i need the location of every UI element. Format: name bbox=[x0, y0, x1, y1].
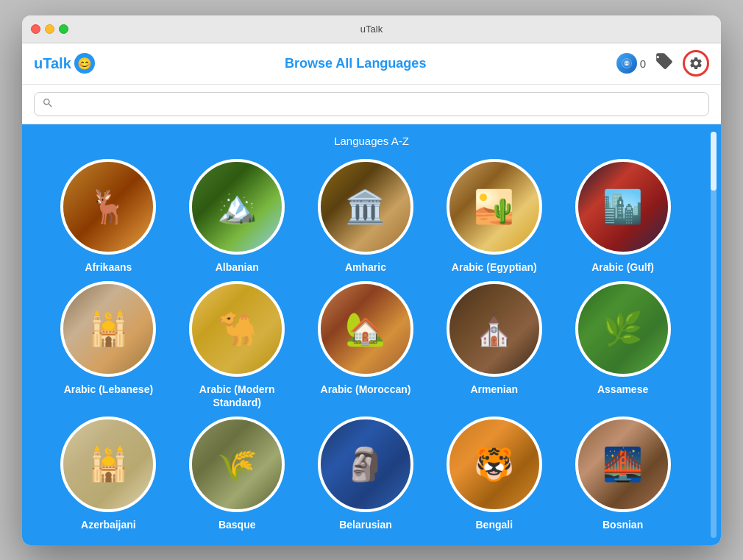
language-item-amharic[interactable]: 🏛️Amharic bbox=[302, 159, 430, 274]
section-label: Languages A-Z bbox=[22, 124, 721, 152]
logo-face: 😊 bbox=[74, 53, 95, 74]
language-name-assamese: Assamese bbox=[597, 383, 648, 396]
language-name-arabic-modern: Arabic (Modern Standard) bbox=[185, 383, 288, 409]
scrollbar-thumb[interactable] bbox=[711, 132, 717, 191]
maximize-button[interactable] bbox=[59, 24, 68, 34]
language-name-bosnian: Bosnian bbox=[602, 518, 643, 531]
language-circle-belarusian: 🗿 bbox=[318, 417, 413, 512]
language-name-arabic-moroccan: Arabic (Moroccan) bbox=[321, 383, 411, 396]
language-item-bosnian[interactable]: 🌉Bosnian bbox=[558, 417, 687, 531]
language-name-arabic-lebanese: Arabic (Lebanese) bbox=[64, 383, 153, 396]
language-circle-arabic-lebanese: 🕌 bbox=[60, 281, 156, 377]
header: uTalk 😊 Browse All Languages 0 bbox=[22, 43, 721, 85]
logo[interactable]: uTalk 😊 bbox=[34, 53, 95, 74]
logo-text: uTalk bbox=[34, 55, 71, 72]
header-actions: 0 bbox=[616, 50, 709, 77]
language-circle-amharic: 🏛️ bbox=[318, 159, 413, 255]
language-item-afrikaans[interactable]: 🦌Afrikaans bbox=[44, 159, 173, 274]
language-circle-arabic-gulf: 🏙️ bbox=[575, 159, 671, 255]
svg-point-1 bbox=[624, 60, 630, 66]
language-item-arabic-moroccan[interactable]: 🏡Arabic (Moroccan) bbox=[302, 281, 430, 409]
language-item-arabic-gulf[interactable]: 🏙️Arabic (Gulf) bbox=[558, 159, 687, 274]
language-name-azerbaijani: Azerbaijani bbox=[81, 518, 136, 531]
language-circle-basque: 🌾 bbox=[189, 417, 285, 512]
language-item-basque[interactable]: 🌾Basque bbox=[173, 417, 302, 531]
language-circle-bengali: 🐯 bbox=[447, 417, 542, 512]
traffic-lights bbox=[31, 24, 68, 34]
language-item-bengali[interactable]: 🐯Bengali bbox=[430, 417, 558, 531]
language-circle-arabic-egyptian: 🏜️ bbox=[447, 159, 542, 255]
close-button[interactable] bbox=[31, 24, 40, 34]
window-title: uTalk bbox=[360, 24, 383, 35]
language-item-azerbaijani[interactable]: 🕌Azerbaijani bbox=[44, 417, 173, 531]
language-circle-assamese: 🌿 bbox=[575, 281, 671, 377]
coins-badge[interactable]: 0 bbox=[616, 53, 646, 74]
app-window: uTalk uTalk 😊 Browse All Languages 0 bbox=[22, 15, 721, 545]
language-item-armenian[interactable]: ⛪Armenian bbox=[430, 281, 558, 409]
coins-count: 0 bbox=[640, 57, 646, 70]
language-name-arabic-gulf: Arabic (Gulf) bbox=[591, 260, 654, 274]
main-content: Languages A-Z 🦌Afrikaans🏔️Albanian🏛️Amha… bbox=[22, 124, 721, 545]
language-name-basque: Basque bbox=[218, 518, 256, 531]
language-circle-bosnian: 🌉 bbox=[575, 417, 671, 512]
language-circle-azerbaijani: 🕌 bbox=[60, 417, 156, 512]
language-circle-arabic-moroccan: 🏡 bbox=[318, 281, 413, 377]
search-input-wrapper[interactable] bbox=[34, 92, 709, 116]
language-item-albanian[interactable]: 🏔️Albanian bbox=[173, 159, 302, 274]
language-name-amharic: Amharic bbox=[345, 260, 386, 274]
language-name-belarusian: Belarusian bbox=[339, 518, 392, 531]
search-bar bbox=[22, 85, 721, 124]
language-item-belarusian[interactable]: 🗿Belarusian bbox=[302, 417, 430, 531]
minimize-button[interactable] bbox=[45, 24, 54, 34]
scrollbar[interactable] bbox=[711, 132, 717, 538]
gear-icon bbox=[689, 56, 703, 71]
language-name-albanian: Albanian bbox=[216, 260, 259, 274]
language-item-assamese[interactable]: 🌿Assamese bbox=[558, 281, 687, 409]
language-item-arabic-egyptian[interactable]: 🏜️Arabic (Egyptian) bbox=[430, 159, 558, 274]
titlebar: uTalk bbox=[22, 15, 721, 43]
language-name-armenian: Armenian bbox=[471, 383, 519, 396]
language-name-arabic-egyptian: Arabic (Egyptian) bbox=[452, 260, 537, 274]
language-circle-armenian: ⛪ bbox=[447, 281, 542, 377]
browse-title: Browse All Languages bbox=[95, 56, 616, 71]
language-item-arabic-modern[interactable]: 🐪Arabic (Modern Standard) bbox=[173, 281, 302, 409]
search-input[interactable] bbox=[60, 98, 701, 110]
logo-emoji: 😊 bbox=[77, 57, 92, 71]
search-icon bbox=[42, 97, 54, 111]
coin-icon bbox=[616, 53, 637, 74]
settings-button[interactable] bbox=[683, 50, 709, 77]
language-circle-afrikaans: 🦌 bbox=[60, 159, 156, 255]
language-name-afrikaans: Afrikaans bbox=[85, 260, 132, 274]
language-circle-albanian: 🏔️ bbox=[189, 159, 285, 255]
tag-icon[interactable] bbox=[655, 52, 674, 75]
language-item-arabic-lebanese[interactable]: 🕌Arabic (Lebanese) bbox=[44, 281, 173, 409]
language-grid: 🦌Afrikaans🏔️Albanian🏛️Amharic🏜️Arabic (E… bbox=[22, 152, 721, 545]
language-circle-arabic-modern: 🐪 bbox=[189, 281, 285, 377]
language-name-bengali: Bengali bbox=[476, 518, 513, 531]
